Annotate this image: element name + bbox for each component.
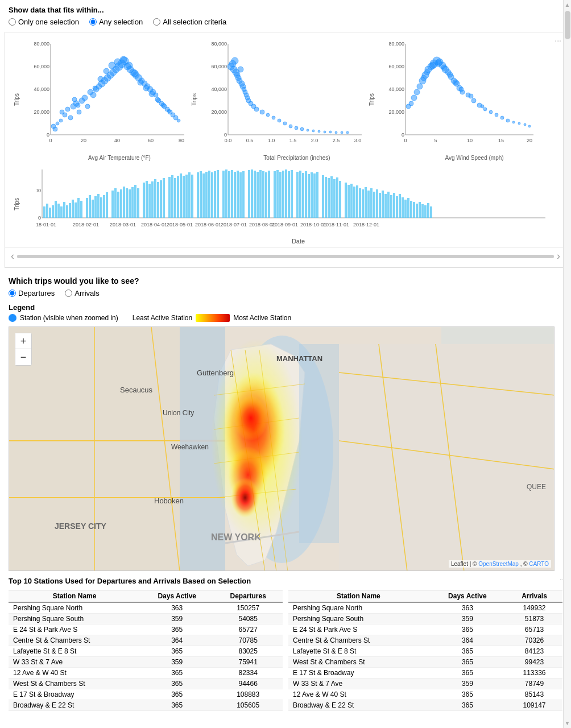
scatter-chart-2: Trips 0 20,000 40,000 60,000 80,000 0.0 …	[211, 38, 383, 161]
table-cell: West St & Chambers St	[288, 657, 429, 668]
table-cell: 365	[429, 689, 506, 700]
svg-point-168	[424, 69, 430, 75]
map-container[interactable]: Secaucus Guttenberg MANHATTAN Union City…	[9, 326, 555, 571]
map-svg: Secaucus Guttenberg MANHATTAN Union City…	[9, 327, 555, 571]
svg-point-58	[72, 97, 77, 102]
table-cell: Pershing Square South	[288, 614, 429, 624]
departures-label[interactable]: Departures	[9, 289, 55, 297]
svg-rect-229	[191, 175, 193, 218]
svg-rect-227	[185, 175, 188, 218]
svg-text:Secaucus: Secaucus	[120, 386, 153, 394]
svg-point-161	[500, 116, 504, 119]
svg-point-69	[143, 85, 149, 91]
svg-text:5: 5	[434, 138, 437, 143]
svg-rect-196	[89, 195, 91, 218]
arr-count-header: Arrivals	[506, 590, 562, 603]
svg-text:QUEE: QUEE	[527, 483, 546, 491]
arr-days-header: Days Active	[429, 590, 506, 603]
table-cell: Pershing Square North	[9, 602, 140, 614]
svg-point-108	[266, 113, 270, 117]
scroll-thumb[interactable]	[565, 11, 570, 39]
table-cell: Broadway & E 22 St	[288, 700, 429, 711]
all-selection-radio[interactable]	[153, 18, 160, 26]
svg-rect-275	[339, 181, 341, 218]
svg-rect-256	[279, 172, 282, 218]
table-cell: Broadway & E 22 St	[9, 700, 140, 711]
svg-text:60,000: 60,000	[211, 64, 227, 69]
carto-link[interactable]: CARTO	[529, 561, 549, 567]
svg-rect-253	[268, 171, 270, 218]
svg-text:2018-03-01: 2018-03-01	[110, 222, 136, 228]
svg-rect-212	[137, 188, 139, 218]
departures-radio[interactable]	[9, 289, 16, 297]
arrivals-label[interactable]: Arrivals	[65, 289, 99, 297]
any-selection-radio[interactable]	[89, 18, 97, 26]
table-row: Pershing Square South35954085	[9, 614, 283, 624]
svg-rect-268	[316, 172, 318, 218]
svg-text:15: 15	[498, 138, 504, 143]
svg-rect-286	[373, 192, 375, 218]
svg-point-20	[77, 110, 81, 114]
table-cell: 359	[140, 614, 213, 624]
svg-rect-252	[265, 172, 267, 218]
svg-text:40,000: 40,000	[388, 86, 404, 92]
svg-rect-204	[114, 188, 117, 218]
all-selection-label[interactable]: All selection criteria	[153, 18, 226, 26]
svg-rect-185	[55, 201, 57, 218]
station-legend-label: Station (visible when zoomed in)	[20, 314, 118, 322]
only-one-label[interactable]: Only one selection	[9, 18, 79, 26]
svg-point-138	[414, 89, 420, 95]
svg-rect-263	[302, 173, 304, 218]
table-cell: 359	[140, 657, 213, 668]
svg-rect-249	[256, 172, 259, 218]
table-row: W 33 St & 7 Ave35978749	[288, 679, 562, 689]
table-cell: 359	[429, 614, 506, 624]
svg-point-66	[126, 62, 133, 69]
svg-rect-205	[117, 192, 119, 218]
svg-point-163	[512, 121, 515, 123]
svg-rect-269	[322, 175, 324, 218]
carto-separator: , ©	[520, 561, 529, 567]
svg-text:20: 20	[81, 138, 86, 143]
table-row: Broadway & E 22 St365109147	[288, 700, 562, 711]
svg-point-56	[56, 122, 59, 125]
svg-text:20,000: 20,000	[388, 109, 404, 115]
svg-text:2018-12-01: 2018-12-01	[353, 222, 379, 228]
svg-rect-294	[396, 196, 398, 218]
zoom-out-button[interactable]: −	[15, 349, 31, 365]
svg-point-22	[82, 95, 88, 101]
svg-rect-244	[239, 172, 242, 218]
table-cell: 113336	[506, 668, 562, 679]
scroll-up-arrow[interactable]: ▲	[564, 2, 571, 8]
svg-rect-247	[251, 169, 253, 218]
svg-rect-181	[43, 206, 45, 218]
zoom-in-button[interactable]: +	[15, 333, 31, 349]
station-legend-item: Station (visible when zoomed in)	[9, 314, 118, 322]
svg-rect-276	[345, 183, 347, 218]
svg-rect-284	[367, 191, 370, 218]
svg-point-111	[283, 122, 287, 125]
vertical-scrollbar[interactable]: ▲ ▼	[563, 0, 571, 717]
svg-rect-281	[359, 188, 361, 218]
scroll-left-button[interactable]: ‹	[11, 250, 14, 262]
any-selection-label[interactable]: Any selection	[89, 18, 143, 26]
arrivals-radio[interactable]	[65, 289, 72, 297]
svg-point-173	[453, 80, 458, 85]
leaflet-attribution: Leaflet | ©	[451, 561, 478, 567]
openstreetmap-link[interactable]: OpenStreetMap	[478, 561, 519, 567]
svg-text:2018-06-01: 2018-06-01	[195, 222, 221, 228]
scroll-right-button[interactable]: ›	[557, 250, 560, 262]
svg-point-62	[104, 68, 109, 74]
svg-rect-272	[330, 176, 333, 218]
svg-rect-250	[259, 170, 262, 218]
svg-rect-302	[419, 202, 421, 218]
svg-point-70	[149, 91, 155, 97]
only-one-radio[interactable]	[9, 18, 16, 26]
svg-rect-193	[77, 198, 80, 218]
svg-rect-195	[86, 198, 88, 218]
svg-rect-260	[291, 170, 293, 218]
svg-point-121	[341, 131, 343, 134]
svg-rect-198	[94, 196, 97, 218]
svg-text:20: 20	[527, 138, 532, 143]
table-cell: 70326	[506, 635, 562, 646]
